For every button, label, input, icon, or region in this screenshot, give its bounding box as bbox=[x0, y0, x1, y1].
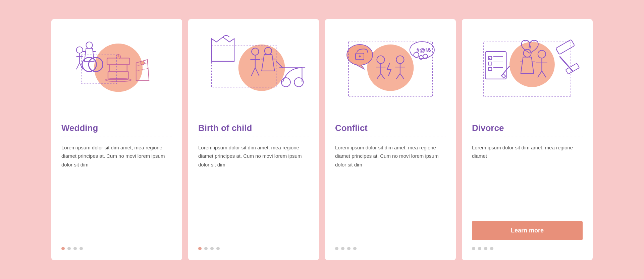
wedding-divider bbox=[61, 137, 172, 137]
birth-divider bbox=[198, 137, 309, 137]
conflict-title: Conflict bbox=[325, 120, 456, 137]
divorce-body: Lorem ipsum dolor sit dim amet, mea regi… bbox=[462, 143, 593, 215]
cards-container: Wedding Lorem ipsum dolor sit dim amet, … bbox=[38, 6, 606, 274]
svg-line-62 bbox=[489, 58, 490, 59]
conflict-dots bbox=[325, 240, 367, 250]
wedding-body: Lorem ipsum dolor sit dim amet, mea regi… bbox=[51, 143, 182, 240]
dot-4 bbox=[490, 247, 493, 250]
wedding-dots bbox=[51, 240, 93, 250]
svg-point-55 bbox=[419, 55, 423, 59]
conflict-illustration: #@!& bbox=[325, 19, 456, 120]
svg-line-63 bbox=[490, 57, 492, 59]
dot-3 bbox=[210, 247, 214, 250]
svg-point-11 bbox=[82, 57, 96, 71]
dot-1 bbox=[198, 247, 202, 250]
svg-text:#@!&: #@!& bbox=[416, 47, 431, 53]
svg-point-23 bbox=[238, 44, 285, 91]
birth-card: Birth of child Lorem ipsum dolor sit dim… bbox=[188, 19, 319, 260]
birth-title: Birth of child bbox=[188, 120, 319, 137]
dot-2 bbox=[478, 247, 481, 250]
svg-line-16 bbox=[76, 63, 80, 69]
svg-point-38 bbox=[367, 44, 414, 91]
conflict-body: Lorem ipsum dolor sit dim amet, mea regi… bbox=[325, 143, 456, 240]
conflict-divider bbox=[335, 137, 446, 137]
divorce-illustration bbox=[462, 19, 593, 120]
dot-1 bbox=[472, 247, 475, 250]
svg-line-84 bbox=[559, 56, 573, 71]
divorce-dots bbox=[462, 240, 503, 250]
svg-marker-19 bbox=[85, 48, 94, 61]
dot-4 bbox=[79, 247, 83, 250]
svg-point-10 bbox=[141, 61, 145, 65]
svg-point-59 bbox=[509, 42, 555, 87]
birth-body: Lorem ipsum dolor sit dim amet, mea regi… bbox=[188, 143, 319, 240]
divorce-card: Divorce Lorem ipsum dolor sit dim amet, … bbox=[462, 19, 593, 260]
svg-point-52 bbox=[359, 55, 361, 57]
dot-3 bbox=[484, 247, 487, 250]
svg-marker-50 bbox=[357, 65, 365, 69]
conflict-card: #@!& Conflict Lorem ipsum dolor sit dim … bbox=[325, 19, 456, 260]
svg-rect-67 bbox=[488, 67, 492, 71]
dot-1 bbox=[61, 247, 65, 250]
learn-more-button[interactable]: Learn more bbox=[472, 221, 583, 240]
divorce-title: Divorce bbox=[462, 120, 593, 137]
wedding-illustration bbox=[51, 19, 182, 120]
dot-3 bbox=[73, 247, 77, 250]
dot-4 bbox=[216, 247, 220, 250]
svg-point-13 bbox=[76, 47, 83, 53]
svg-rect-65 bbox=[488, 62, 492, 65]
svg-point-0 bbox=[94, 43, 143, 91]
dot-1 bbox=[335, 247, 338, 250]
dot-2 bbox=[204, 247, 208, 250]
dot-4 bbox=[353, 247, 357, 250]
wedding-card: Wedding Lorem ipsum dolor sit dim amet, … bbox=[51, 19, 182, 260]
svg-point-49 bbox=[347, 44, 373, 65]
dot-3 bbox=[347, 247, 351, 250]
dot-2 bbox=[67, 247, 71, 250]
birth-dots bbox=[188, 240, 230, 250]
birth-illustration bbox=[188, 19, 319, 120]
svg-point-18 bbox=[86, 42, 93, 48]
wedding-title: Wedding bbox=[51, 120, 182, 137]
dot-2 bbox=[341, 247, 344, 250]
divorce-divider bbox=[472, 137, 583, 137]
